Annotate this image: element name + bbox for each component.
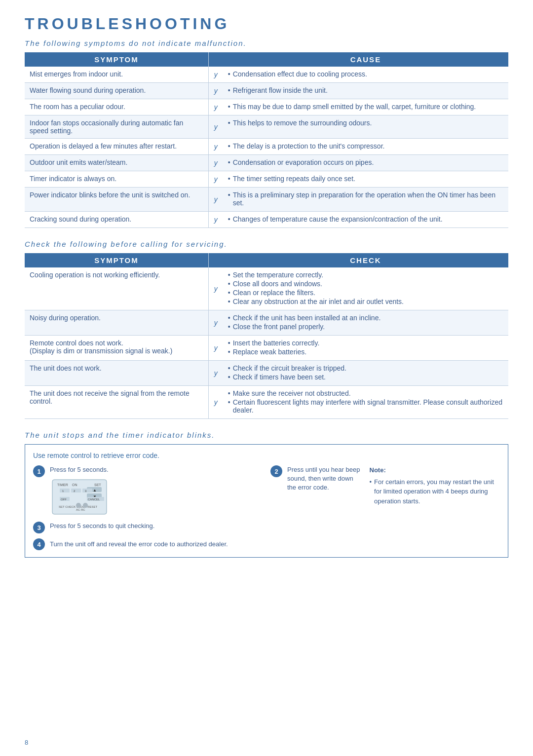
table-row: The unit does not work.yCheck if the cir…	[25, 361, 508, 386]
check-cell: Insert the batteries correctly.Replace w…	[223, 336, 508, 361]
section2-subtitle: Check the following before calling for s…	[25, 240, 508, 248]
table-row: Outdoor unit emits water/steam.yCondensa…	[25, 155, 508, 171]
arrow-cell: y	[208, 83, 223, 99]
svg-rect-6	[60, 489, 70, 492]
cause-cell: Changes of temperature cause the expansi…	[223, 212, 508, 228]
svg-rect-10	[82, 489, 92, 492]
page-number: 8	[25, 739, 28, 746]
table-row: Mist emerges from indoor unit.yCondensat…	[25, 67, 508, 83]
symptom-cell: Cracking sound during operation.	[25, 212, 208, 228]
bullet-item: Check if timers have been set.	[228, 373, 503, 381]
bullet-item: Changes of temperature cause the expansi…	[228, 215, 503, 223]
symptom-cell: Indoor fan stops occasionally during aut…	[25, 115, 208, 139]
check-cell: Make sure the receiver not obstructed.Ce…	[223, 386, 508, 419]
table-row: Cooling operation is not working efficie…	[25, 267, 508, 310]
table-row: Timer indicator is always on.yThe timer …	[25, 171, 508, 188]
arrow-cell: y	[208, 155, 223, 171]
arrow-cell: y	[208, 386, 223, 419]
arrow-cell: y	[208, 336, 223, 361]
step2-num: 2	[270, 465, 282, 477]
arrow-cell: y	[208, 99, 223, 115]
step3-text: Press for 5 seconds to quit checking.	[50, 522, 154, 530]
table-row: Noisy during operation.yCheck if the uni…	[25, 310, 508, 336]
arrow-cell: y	[208, 361, 223, 386]
svg-rect-8	[71, 489, 81, 492]
note-text: For certain errors, you may restart the …	[370, 477, 500, 506]
svg-point-20	[83, 503, 88, 508]
svg-text:SET: SET	[94, 483, 101, 487]
bullet-item: Condensation or evaporation occurs on pi…	[228, 158, 503, 166]
symptom-cell: Water flowing sound during operation.	[25, 83, 208, 99]
symptom-cell: Power indicator blinks before the unit i…	[25, 188, 208, 212]
cause-cell: This is a preliminary step in preparatio…	[223, 188, 508, 212]
svg-text:ON: ON	[72, 483, 77, 487]
bullet-item: Set the temperature correctly.	[228, 271, 503, 279]
symptom-cell: Mist emerges from indoor unit.	[25, 67, 208, 83]
section3-subtitle: The unit stops and the timer indicator b…	[25, 431, 508, 439]
page-title: TROUBLESHOOTING	[25, 15, 508, 33]
cause-cell: Refrigerant flow inside the unit.	[223, 83, 508, 99]
step4-text: Turn the unit off and reveal the error c…	[50, 540, 228, 549]
symptom-cell: Operation is delayed a few minutes after…	[25, 139, 208, 155]
bullet-item: Certain fluorescent lights may interfere…	[228, 398, 503, 414]
bullet-item: The timer setting repeats daily once set…	[228, 175, 503, 183]
bullet-item: This helps to remove the surrounding odo…	[228, 119, 503, 127]
symptom-cell: Cooling operation is not working efficie…	[25, 267, 208, 310]
step4-row: 4 Turn the unit off and reveal the error…	[33, 538, 500, 550]
bullet-item: The delay is a protection to the unit's …	[228, 142, 503, 150]
arrow-cell: y	[208, 188, 223, 212]
symptom-cell: Noisy during operation.	[25, 310, 208, 336]
symptom-cell: The unit does not work.	[25, 361, 208, 386]
bullet-item: Close all doors and windows.	[228, 280, 503, 288]
bullet-item: Check if the unit has been installed at …	[228, 314, 503, 322]
table-row: Operation is delayed a few minutes after…	[25, 139, 508, 155]
bullet-item: This is a preliminary step in preparatio…	[228, 191, 503, 207]
check-cell: Check if the unit has been installed at …	[223, 310, 508, 336]
arrow-spacer2	[208, 253, 223, 267]
arrow-spacer	[208, 52, 223, 67]
bullet-item: Replace weak batteries.	[228, 348, 503, 356]
note-box: Note: For certain errors, you may restar…	[370, 465, 500, 533]
bullet-item: This may be due to damp smell emitted by…	[228, 103, 503, 111]
symptom-cell: Remote control does not work. (Display i…	[25, 336, 208, 361]
arrow-cell: y	[208, 212, 223, 228]
section1-subtitle: The following symptoms do not indicate m…	[25, 39, 508, 47]
symptom-cell: The room has a peculiar odour.	[25, 99, 208, 115]
check-cell: Check if the circuit breaker is tripped.…	[223, 361, 508, 386]
cause-cell: This may be due to damp smell emitted by…	[223, 99, 508, 115]
step4-num: 4	[33, 538, 45, 550]
arrow-cell: y	[208, 139, 223, 155]
arrow-cell: y	[208, 267, 223, 310]
bullet-item: Make sure the receiver not obstructed.	[228, 389, 503, 397]
symptom-cause-table: SYMPTOM CAUSE Mist emerges from indoor u…	[25, 52, 508, 228]
cause-cell: This helps to remove the surrounding odo…	[223, 115, 508, 139]
bullet-item: Clear any obstruction at the air inlet a…	[228, 298, 503, 305]
table-row: The room has a peculiar odour.yThis may …	[25, 99, 508, 115]
error-intro: Use remote control to retrieve error cod…	[33, 452, 500, 459]
check-header: CHECK	[223, 253, 508, 267]
symptom-check-table: SYMPTOM CHECK Cooling operation is not w…	[25, 253, 508, 419]
arrow-cell: y	[208, 115, 223, 139]
arrow-cell: y	[208, 171, 223, 188]
table-row: Power indicator blinks before the unit i…	[25, 188, 508, 212]
symptom-header2: SYMPTOM	[25, 253, 208, 267]
cause-cell: The timer setting repeats daily once set…	[223, 171, 508, 188]
symptom-cell: The unit does not receive the signal fro…	[25, 386, 208, 419]
symptom-cell: Outdoor unit emits water/steam.	[25, 155, 208, 171]
arrow-cell: y	[208, 310, 223, 336]
bullet-item: Refrigerant flow inside the unit.	[228, 86, 503, 94]
svg-text:OFF: OFF	[61, 498, 67, 501]
symptom-cell: Timer indicator is always on.	[25, 171, 208, 188]
cause-cell: The delay is a protection to the unit's …	[223, 139, 508, 155]
cause-header: CAUSE	[223, 52, 508, 67]
cause-cell: Condensation or evaporation occurs on pi…	[223, 155, 508, 171]
table-row: Water flowing sound during operation.yRe…	[25, 83, 508, 99]
bullet-item: Clean or replace the filters.	[228, 289, 503, 297]
table-row: Indoor fan stops occasionally during aut…	[25, 115, 508, 139]
step3-num: 3	[33, 522, 45, 533]
bullet-item: Insert the batteries correctly.	[228, 339, 503, 347]
table-row: The unit does not receive the signal fro…	[25, 386, 508, 419]
arrow-cell: y	[208, 67, 223, 83]
remote-illustration: TIMER ON SET ▲ 1 2 3	[50, 477, 109, 517]
svg-text:CANCEL: CANCEL	[88, 498, 100, 501]
